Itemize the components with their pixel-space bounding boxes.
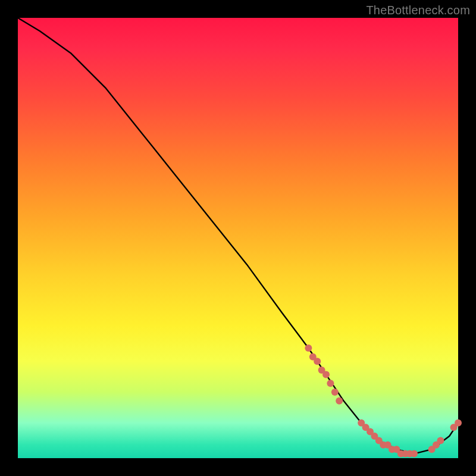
marker-cluster-left (336, 397, 343, 405)
marker-group (305, 345, 462, 458)
watermark-text: TheBottleneck.com (366, 4, 470, 17)
marker-cluster-valley (411, 450, 418, 458)
marker-cluster-right (455, 419, 462, 427)
plot-area (18, 18, 458, 458)
marker-cluster-right (437, 437, 444, 444)
marker-cluster-left (314, 358, 321, 365)
marker-cluster-left (327, 380, 334, 387)
marker-cluster-left (331, 389, 339, 396)
chart-svg (18, 18, 458, 458)
marker-cluster-left (305, 345, 312, 352)
chart-stage: TheBottleneck.com (0, 0, 476, 476)
bottleneck-curve (18, 18, 458, 454)
marker-cluster-left (322, 371, 330, 378)
